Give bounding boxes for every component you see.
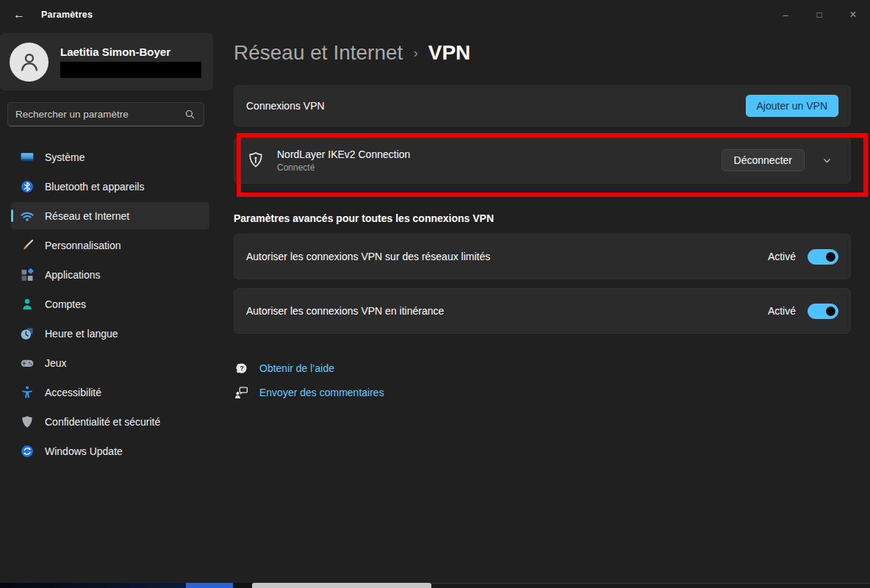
sidebar-nav: Système Bluetooth et appareils Réseau et… — [0, 143, 220, 467]
back-button[interactable]: ← — [4, 4, 34, 26]
sliver-edge-line — [431, 583, 870, 588]
setting-label: Autoriser les connexions VPN sur des rés… — [246, 251, 490, 262]
settings-window: ← Paramètres – □ × Laetitia Simon-Boyer — [0, 0, 870, 588]
privacy-shield-icon — [20, 415, 35, 429]
sidebar-item-label: Applications — [45, 269, 101, 281]
sidebar-item-windows-update[interactable]: Windows Update — [11, 437, 209, 465]
accessibility-icon — [20, 385, 35, 400]
sidebar-item-applications[interactable]: Applications — [11, 261, 209, 288]
sidebar-item-personnalisation[interactable]: Personnalisation — [11, 232, 209, 259]
send-feedback-row[interactable]: Envoyer des commentaires — [234, 383, 384, 402]
vpn-shield-icon — [246, 151, 265, 170]
toggle-vpn-limited-networks[interactable] — [808, 249, 838, 265]
advanced-settings-header: Paramètres avancés pour toutes les conne… — [234, 212, 494, 224]
vpn-connections-card: Connexions VPN Ajouter un VPN — [234, 85, 851, 126]
get-help-link[interactable]: Obtenir de l’aide — [259, 362, 334, 374]
gamepad-icon — [20, 356, 35, 370]
sliver-blue-segment — [186, 583, 233, 588]
setting-row-limited-networks: Autoriser les connexions VPN sur des rés… — [234, 234, 851, 279]
close-icon: × — [849, 8, 856, 21]
titlebar: ← Paramètres – □ × — [0, 0, 870, 29]
sidebar-item-label: Bluetooth et appareils — [45, 181, 144, 193]
toggle-state-label: Activé — [768, 251, 796, 262]
profile-card[interactable]: Laetitia Simon-Boyer — [0, 33, 213, 90]
sidebar-item-heure-et-langue[interactable]: Heure et langue — [11, 320, 209, 347]
search-input[interactable] — [15, 109, 184, 120]
vpn-connection-name: NordLayer IKEv2 Connection — [277, 148, 410, 160]
sidebar-item-comptes[interactable]: Comptes — [11, 290, 209, 318]
sliver-navy-segment — [0, 583, 186, 588]
setting-row-roaming: Autoriser les connexions VPN en itinéran… — [234, 288, 851, 334]
window-controls: – □ × — [769, 0, 870, 29]
maximize-button[interactable]: □ — [802, 0, 836, 29]
feedback-icon — [234, 385, 249, 401]
apps-icon — [20, 268, 35, 282]
page-title: VPN — [428, 41, 471, 65]
setting-label: Autoriser les connexions VPN en itinéran… — [246, 305, 444, 317]
get-help-row[interactable]: ? Obtenir de l’aide — [234, 359, 334, 378]
sidebar: Laetitia Simon-Boyer Système Bluetooth e… — [0, 29, 220, 583]
toggle-state-label: Activé — [768, 305, 796, 317]
sidebar-item-label: Heure et langue — [45, 328, 118, 340]
windows-update-icon — [20, 444, 35, 459]
close-button[interactable]: × — [836, 0, 870, 29]
sidebar-item-reseau-et-internet[interactable]: Réseau et Internet — [11, 202, 209, 229]
wifi-icon — [20, 209, 35, 223]
minimize-icon: – — [783, 10, 788, 21]
search-icon — [184, 108, 196, 121]
breadcrumb-separator-icon: › — [413, 45, 417, 61]
sliver-gray-segment — [252, 583, 431, 588]
sidebar-item-label: Comptes — [45, 298, 86, 310]
clock-icon — [20, 326, 35, 341]
profile-name: Laetitia Simon-Boyer — [60, 46, 201, 58]
vpn-connection-status: Connecté — [277, 162, 410, 173]
sidebar-item-label: Accessibilité — [45, 387, 101, 398]
vpn-connections-label: Connexions VPN — [246, 100, 325, 112]
sidebar-item-accessibilite[interactable]: Accessibilité — [11, 379, 209, 406]
breadcrumb: Réseau et Internet › VPN — [234, 41, 470, 65]
minimize-button[interactable]: – — [769, 0, 802, 29]
bluetooth-icon — [20, 179, 35, 194]
search-box — [7, 102, 204, 126]
paintbrush-icon — [20, 238, 35, 253]
person-icon — [17, 49, 42, 74]
toggle-knob — [826, 252, 835, 262]
background-window-sliver — [0, 583, 870, 588]
sliver-dark-segment — [233, 583, 252, 588]
sidebar-item-label: Réseau et Internet — [45, 210, 129, 222]
main-content: Réseau et Internet › VPN Connexions VPN … — [234, 29, 870, 588]
sidebar-item-label: Système — [45, 151, 85, 163]
sidebar-item-label: Windows Update — [45, 445, 123, 457]
profile-text: Laetitia Simon-Boyer — [60, 46, 201, 78]
breadcrumb-parent[interactable]: Réseau et Internet — [234, 41, 403, 65]
sidebar-item-confidentialite[interactable]: Confidentialité et sécurité — [11, 408, 209, 435]
back-arrow-icon: ← — [13, 8, 25, 21]
vpn-connection-row[interactable]: NordLayer IKEv2 Connection Connecté Déco… — [234, 137, 851, 184]
account-icon — [20, 297, 35, 312]
toggle-knob — [826, 306, 835, 316]
send-feedback-link[interactable]: Envoyer des commentaires — [259, 387, 384, 398]
sidebar-item-label: Jeux — [45, 357, 67, 369]
svg-text:?: ? — [240, 365, 244, 372]
sidebar-item-label: Confidentialité et sécurité — [45, 416, 160, 428]
get-help-icon: ? — [234, 361, 249, 376]
email-redaction — [60, 62, 201, 78]
toggle-vpn-roaming[interactable] — [808, 304, 838, 319]
add-vpn-button[interactable]: Ajouter un VPN — [746, 95, 839, 117]
system-icon — [20, 150, 35, 165]
sidebar-item-label: Personnalisation — [45, 240, 121, 251]
avatar — [10, 43, 48, 82]
sidebar-item-bluetooth[interactable]: Bluetooth et appareils — [11, 173, 209, 200]
maximize-icon: □ — [816, 10, 822, 20]
sidebar-item-jeux[interactable]: Jeux — [11, 349, 209, 376]
disconnect-button[interactable]: Déconnecter — [722, 149, 805, 171]
app-title: Paramètres — [41, 10, 93, 20]
chevron-down-icon — [822, 155, 833, 166]
expand-connection-button[interactable] — [815, 148, 838, 172]
vpn-connection-info: NordLayer IKEv2 Connection Connecté — [277, 148, 410, 173]
sidebar-item-systeme[interactable]: Système — [11, 143, 209, 171]
